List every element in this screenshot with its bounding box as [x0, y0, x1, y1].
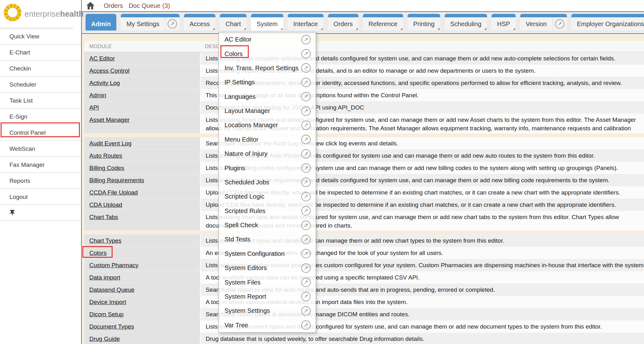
- external-link-icon[interactable]: ↗: [301, 306, 311, 316]
- module-link-auto-routes[interactable]: Auto Routes: [89, 152, 122, 159]
- module-link-api[interactable]: API: [89, 104, 99, 111]
- external-link-icon[interactable]: ↗: [301, 192, 311, 201]
- home-button[interactable]: [86, 2, 96, 9]
- module-link-chart-tabs[interactable]: Chart Tabs: [89, 214, 118, 220]
- external-link-icon[interactable]: ↗: [301, 49, 311, 59]
- sidebar-item-checkin[interactable]: Checkin: [0, 60, 81, 76]
- breadcrumb-doc-queue[interactable]: Doc Queue: [129, 2, 160, 9]
- tab-scheduling[interactable]: Scheduling: [445, 14, 487, 31]
- menu-item-scheduled-jobs[interactable]: Scheduled Jobs↗: [219, 175, 316, 189]
- external-link-icon[interactable]: ↗: [301, 278, 311, 287]
- sidebar-item-scheduler[interactable]: Scheduler: [0, 76, 81, 93]
- menu-item-std-tests[interactable]: Std Tests↗: [219, 232, 316, 246]
- module-link-cda-upload[interactable]: CDA Upload: [89, 201, 122, 208]
- open-in-new-window-button[interactable]: ↗: [552, 17, 567, 31]
- tab-system[interactable]: System: [251, 14, 283, 31]
- menu-item-layout-manager[interactable]: Layout Manager↗: [219, 104, 316, 118]
- external-link-icon[interactable]: ↗: [301, 63, 311, 73]
- tab-label: Reference: [363, 17, 403, 31]
- open-in-new-window-button[interactable]: ↗: [165, 17, 180, 31]
- external-link-icon[interactable]: ↗: [301, 92, 311, 101]
- module-link-custom-pharmacy[interactable]: Custom Pharmacy: [89, 262, 138, 268]
- menu-item-menu-editor[interactable]: Menu Editor↗: [219, 133, 316, 147]
- menu-item-plugins[interactable]: Plugins↗: [219, 161, 316, 175]
- external-link-icon[interactable]: ↗: [301, 178, 311, 187]
- sidebar-item-logout[interactable]: Logout: [0, 189, 81, 205]
- menu-item-system-files[interactable]: System Files↗: [219, 275, 316, 289]
- module-link-audit-event-log[interactable]: Audit Event Log: [89, 140, 131, 147]
- menu-item-ac-editor[interactable]: AC Editor↗: [219, 32, 316, 47]
- tab-reference[interactable]: Reference: [363, 14, 403, 31]
- tab-chart[interactable]: Chart: [220, 14, 247, 31]
- external-link-icon[interactable]: ↗: [301, 149, 311, 159]
- tab-my-settings[interactable]: My Settings↗: [121, 14, 179, 31]
- module-link-ac-editor[interactable]: AC Editor: [89, 55, 115, 62]
- tab-version[interactable]: Version↗: [520, 14, 567, 31]
- external-link-icon[interactable]: ↗: [301, 163, 311, 173]
- external-link-icon[interactable]: ↗: [301, 135, 311, 144]
- module-link-data-import[interactable]: Data import: [89, 274, 120, 281]
- module-cell: Admin: [84, 89, 200, 101]
- menu-item-system-editors[interactable]: System Editors↗: [219, 261, 316, 275]
- tab-orders[interactable]: Orders: [328, 14, 358, 31]
- tab-interface[interactable]: Interface: [288, 14, 324, 31]
- module-link-admin[interactable]: Admin: [89, 92, 106, 99]
- external-link-icon[interactable]: ↗: [301, 78, 311, 87]
- menu-item-scripted-logic[interactable]: Scripted Logic↗: [219, 189, 316, 204]
- external-link-icon[interactable]: ↗: [301, 249, 311, 258]
- external-link-icon[interactable]: ↗: [301, 263, 311, 273]
- menu-item-languages[interactable]: Languages↗: [219, 90, 316, 104]
- menu-item-scripted-rules[interactable]: Scripted Rules↗: [219, 204, 316, 218]
- external-link-icon[interactable]: ↗: [301, 106, 311, 116]
- module-link-ccda-file-upload[interactable]: CCDA File Upload: [89, 189, 138, 196]
- module-link-document-types[interactable]: Document Types: [89, 323, 134, 330]
- module-link-asset-manager[interactable]: Asset Manager: [89, 116, 130, 123]
- tab-hsp[interactable]: HSP: [491, 14, 516, 31]
- sidebar-item-quick-view[interactable]: Quick View: [0, 28, 81, 44]
- module-cell: Device Import: [84, 296, 200, 308]
- module-link-drug-guide[interactable]: Drug Guide: [89, 336, 120, 342]
- menu-item-var-tree[interactable]: Var Tree↗: [219, 318, 316, 332]
- module-link-chart-types[interactable]: Chart Types: [89, 237, 121, 244]
- menu-item-system-settings[interactable]: System Settings↗: [219, 304, 316, 318]
- menu-item-colors[interactable]: Colors↗: [219, 47, 316, 61]
- tab-employer-organizations[interactable]: Employer Organizations↗: [571, 14, 644, 31]
- menu-item-system-report[interactable]: System Report↗: [219, 290, 316, 304]
- external-link-icon[interactable]: ↗: [301, 221, 311, 230]
- module-link-datasend-queue[interactable]: Datasend Queue: [89, 286, 135, 293]
- module-link-activity-log[interactable]: Activity Log: [89, 80, 120, 86]
- external-link-icon[interactable]: ↗: [301, 35, 311, 44]
- menu-item-spell-check[interactable]: Spell Check↗: [219, 218, 316, 232]
- sidebar-item-task-list[interactable]: Task List: [0, 93, 81, 109]
- module-link-billing-codes[interactable]: Billing Codes: [89, 165, 124, 171]
- sidebar-item-webscan[interactable]: WebScan: [0, 141, 81, 157]
- menu-item-nature-of-injury[interactable]: Nature of Injury↗: [219, 147, 316, 161]
- external-link-icon[interactable]: ↗: [301, 320, 311, 330]
- menu-item-locations-manager[interactable]: Locations Manager↗: [219, 118, 316, 132]
- tab-body: Orders: [328, 17, 358, 31]
- tab-access[interactable]: Access: [184, 14, 215, 31]
- external-link-icon[interactable]: ↗: [301, 292, 311, 301]
- sidebar-item-fax-manager[interactable]: Fax Manager: [0, 157, 81, 173]
- module-link-access-control[interactable]: Access Control: [89, 67, 130, 74]
- sidebar-item-e-sign[interactable]: E-Sign: [0, 109, 81, 125]
- external-link-icon[interactable]: ↗: [301, 206, 311, 216]
- sidebar-pin-toggle[interactable]: [0, 205, 81, 221]
- module-link-billing-requirements[interactable]: Billing Requirements: [89, 177, 144, 183]
- menu-item-system-configuration[interactable]: System Configuration↗: [219, 247, 316, 261]
- table-row-datasend-queue: Datasend QueueSearchable report to view …: [84, 284, 644, 296]
- table-row-access-control: Access ControlLists existing departments…: [84, 65, 644, 77]
- module-link-dicom-setup[interactable]: Dicom Setup: [89, 311, 124, 318]
- module-link-device-import[interactable]: Device Import: [89, 299, 126, 305]
- sidebar-item-e-chart[interactable]: E-Chart: [0, 44, 81, 60]
- menu-item-inv-trans-report-settings[interactable]: Inv. Trans. Report Settings↗: [219, 61, 316, 75]
- breadcrumb-orders[interactable]: Orders: [104, 2, 123, 9]
- tab-printing[interactable]: Printing: [408, 14, 440, 31]
- menu-item-ip-settings[interactable]: IP Settings↗: [219, 75, 316, 89]
- sidebar-item-reports[interactable]: Reports: [0, 173, 81, 189]
- external-link-icon[interactable]: ↗: [301, 235, 311, 244]
- module-link-colors[interactable]: Colors: [89, 250, 107, 256]
- sidebar-item-control-panel[interactable]: Control Panel: [0, 125, 81, 141]
- external-link-icon[interactable]: ↗: [301, 121, 311, 130]
- tab-admin[interactable]: Admin: [86, 14, 116, 31]
